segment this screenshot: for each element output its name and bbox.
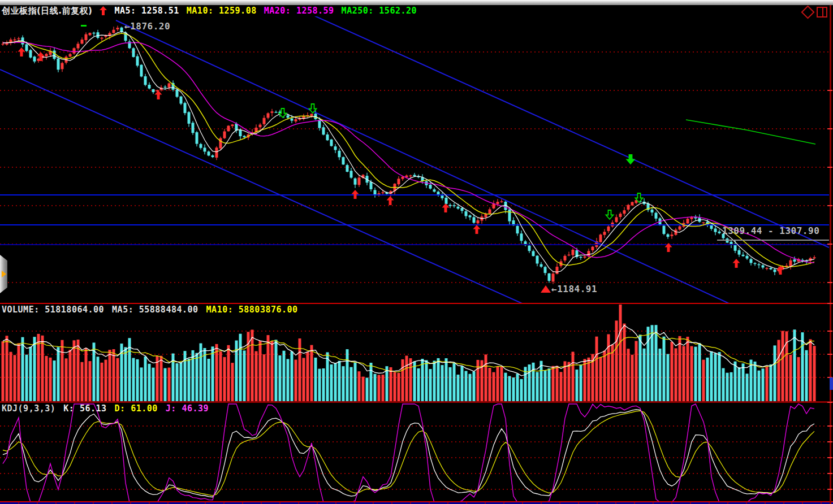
ma250-readout: MA250: 1562.20 [342, 6, 417, 16]
main-chart-header: 创业板指(日线.前复权) MA5: 1258.51 MA10: 1259.08 … [2, 6, 417, 16]
scroll-indicator[interactable] [830, 377, 833, 390]
volume-readout: VOLUME: 51818064.00 [2, 305, 104, 315]
main-chart-panel[interactable] [0, 16, 829, 303]
k-readout: K: 56.13 [63, 403, 106, 414]
kdj-title: KDJ(9,3,3) [2, 403, 55, 414]
split-window-icon[interactable] [817, 7, 827, 18]
expand-arrow-icon [2, 271, 6, 277]
j-readout: J: 46.39 [166, 403, 209, 414]
volume-header: VOLUME: 51818064.00 MA5: 55888484.00 MA1… [2, 305, 298, 315]
volume-ma5-readout: MA5: 55888484.00 [112, 305, 198, 315]
stock-chart-window: { "main_chart": { "title": "创业板指(日线.前复权)… [0, 0, 833, 504]
range-price-label: 1309.44 - 1307.90 [722, 225, 819, 236]
symbol-title: 创业板指(日线.前复权) [2, 6, 92, 16]
header-tools [803, 7, 827, 18]
volume-ma10-readout: MA10: 58803876.00 [206, 305, 298, 315]
range-underline [717, 240, 829, 241]
window-top-strip [0, 0, 833, 5]
kdj-panel[interactable] [0, 403, 829, 502]
ma10-readout: MA10: 1259.08 [187, 6, 257, 16]
low-price-label: ←1184.91 [541, 284, 597, 294]
low-marker-icon [541, 285, 551, 293]
kdj-header: KDJ(9,3,3) K: 56.13 D: 61.00 J: 46.39 [2, 403, 209, 414]
sidebar-collapse-handle[interactable] [0, 255, 7, 293]
diamond-tool-icon[interactable] [801, 5, 814, 19]
volume-panel[interactable] [0, 304, 829, 402]
ma20-readout: MA20: 1258.59 [264, 6, 334, 16]
up-arrow-icon [100, 6, 107, 15]
peak-price-label: ←1876.20 [124, 21, 170, 32]
d-readout: D: 61.00 [115, 403, 158, 414]
ma5-readout: MA5: 1258.51 [114, 6, 179, 16]
